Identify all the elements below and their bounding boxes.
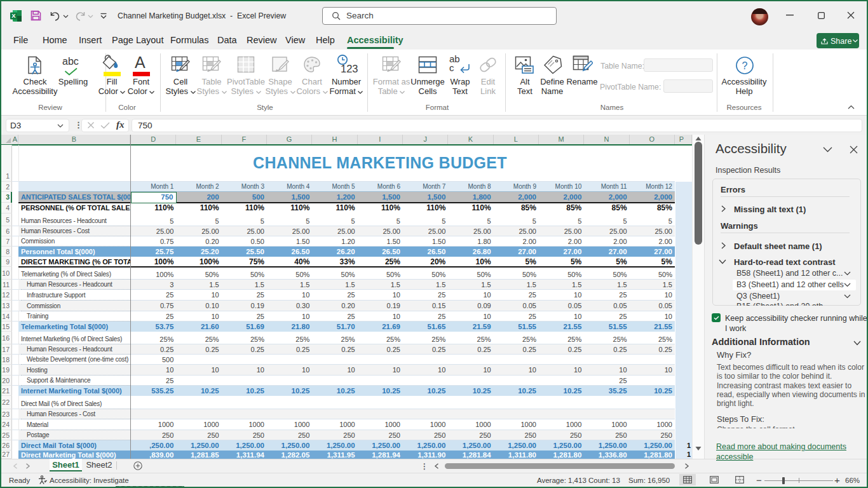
svg-text:X: X: [11, 12, 16, 19]
svg-text:123: 123: [341, 63, 358, 74]
svg-text:?: ?: [742, 60, 748, 71]
